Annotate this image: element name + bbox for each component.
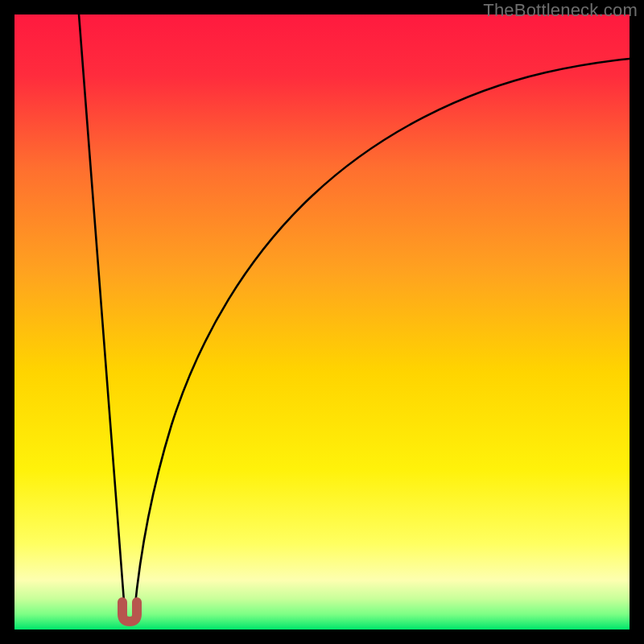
gradient-background [14,14,630,630]
watermark-text: TheBottleneck.com [483,0,638,21]
bottleneck-chart [14,14,630,630]
chart-frame [14,14,630,630]
